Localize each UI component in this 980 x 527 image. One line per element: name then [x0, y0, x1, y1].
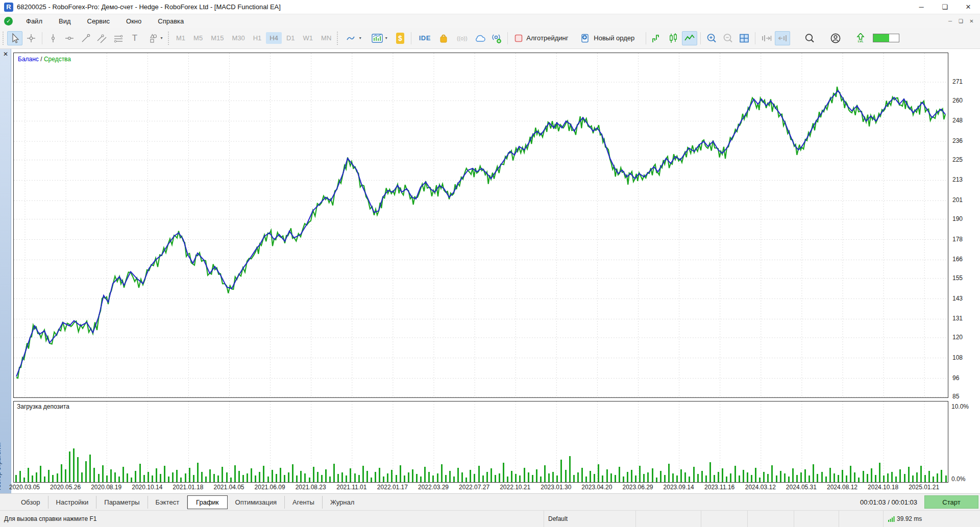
deposit-bar — [817, 474, 818, 482]
x-axis-label: 2023.09.14 — [657, 484, 700, 491]
x-axis-label: 2022.07.27 — [453, 484, 496, 491]
deposit-bar — [292, 464, 293, 482]
balance-equity-chart[interactable] — [14, 53, 948, 397]
toolbar-grip[interactable] — [337, 32, 339, 45]
deposit-bar — [139, 464, 141, 482]
deposit-bar — [515, 474, 517, 482]
crosshair-tool-button[interactable] — [23, 31, 39, 45]
y-axis-price-scale[interactable]: 2712602482362252132011901781661551431311… — [949, 49, 980, 493]
balance-chart-panel[interactable]: Баланс / Средства — [13, 53, 948, 398]
deposit-bar — [709, 462, 711, 483]
menu-item-Окно[interactable]: Окно — [118, 15, 150, 27]
deposit-button[interactable]: $ — [393, 31, 408, 45]
tab-Настройки[interactable]: Настройки — [48, 496, 97, 509]
deposit-bar — [581, 468, 583, 482]
menu-item-Справка[interactable]: Справка — [150, 15, 192, 27]
deposit-bar — [391, 470, 393, 482]
tab-Бэктест[interactable]: Бэктест — [148, 496, 188, 509]
timeframe-W1[interactable]: W1 — [300, 32, 317, 44]
strategy-tester-strip[interactable]: ✕ Тестер стратегий — [0, 49, 11, 493]
deposit-bar — [122, 467, 124, 482]
zoom-in-button[interactable] — [704, 31, 719, 45]
tab-Агенты[interactable]: Агенты — [285, 496, 323, 509]
vps-button[interactable] — [489, 31, 504, 45]
deposit-bar — [205, 476, 207, 482]
deposit-load-chart[interactable] — [14, 401, 948, 482]
timeframe-M1[interactable]: M1 — [173, 32, 189, 44]
timeframe-M5[interactable]: M5 — [190, 32, 206, 44]
timeframe-D1[interactable]: D1 — [283, 32, 299, 44]
toolbar-grip[interactable] — [168, 32, 170, 45]
timeframe-MN[interactable]: MN — [317, 32, 335, 44]
chart-shift-button[interactable] — [775, 31, 790, 45]
menu-item-Вид[interactable]: Вид — [51, 15, 79, 27]
horizontal-line-tool-button[interactable] — [62, 31, 77, 45]
auto-scroll-button[interactable] — [758, 31, 774, 45]
x-axis-label: 2020.05.26 — [44, 484, 87, 491]
cursor-tool-button[interactable] — [7, 31, 22, 45]
menu-item-Сервис[interactable]: Сервис — [79, 15, 118, 27]
mdi-close-button[interactable]: ✕ — [966, 16, 977, 26]
tile-windows-button[interactable] — [737, 31, 752, 45]
toolbar-grip[interactable] — [3, 32, 5, 45]
deposit-bar — [532, 475, 533, 482]
tab-Параметры[interactable]: Параметры — [96, 496, 148, 509]
deposit-bar — [573, 475, 575, 482]
signals-button[interactable]: ((o)) — [452, 31, 472, 45]
tab-Обзор[interactable]: Обзор — [13, 496, 48, 509]
ide-button[interactable]: IDE — [414, 31, 435, 45]
profile-cell[interactable]: Default — [544, 511, 635, 527]
tab-Оптимизация[interactable]: Оптимизация — [228, 496, 285, 509]
y-axis-label: 236 — [952, 137, 963, 144]
maximize-button[interactable]: ❏ — [933, 0, 957, 14]
deposit-bar — [375, 472, 376, 483]
deposit-bar — [668, 464, 670, 482]
line-studies-button[interactable]: ▾ — [341, 31, 365, 45]
zoom-out-button[interactable] — [720, 31, 736, 45]
new-order-button[interactable]: Новый ордер — [577, 31, 643, 45]
trendline-tool-button[interactable] — [78, 31, 93, 45]
candlestick-chart-button[interactable] — [666, 31, 681, 45]
tester-close-icon[interactable]: ✕ — [0, 51, 11, 58]
deposit-bar — [693, 467, 695, 482]
tab-График[interactable]: График — [187, 495, 227, 509]
timeframe-M15[interactable]: M15 — [207, 32, 227, 44]
x-axis-label: 2020.03.05 — [3, 484, 46, 491]
line-chart-button[interactable] — [682, 31, 697, 45]
indicators-button[interactable]: ▾ — [366, 31, 391, 45]
new-order-label: Новый ордер — [594, 34, 634, 42]
market-button[interactable] — [436, 31, 451, 45]
deposit-load-panel[interactable]: Загрузка депозита — [13, 401, 948, 483]
start-button[interactable]: Старт — [924, 495, 978, 509]
timeframe-H4[interactable]: H4 — [266, 32, 282, 44]
deposit-bar — [40, 466, 41, 482]
search-button[interactable] — [802, 31, 817, 45]
deposit-bar — [114, 472, 116, 482]
help-hint: Для вызова справки нажмите F1 — [0, 511, 544, 527]
y-axis-label: 178 — [952, 236, 963, 243]
timeframe-M30[interactable]: M30 — [228, 32, 248, 44]
cloud-button[interactable] — [473, 31, 488, 45]
close-button[interactable]: ✕ — [957, 0, 980, 14]
tab-Журнал[interactable]: Журнал — [323, 496, 362, 509]
vertical-line-tool-button[interactable] — [45, 31, 61, 45]
deposit-bar — [371, 478, 372, 483]
fibonacci-tool-button[interactable] — [111, 31, 126, 45]
x-axis-date-scale[interactable]: 2020.03.052020.05.262020.08.192020.10.14… — [11, 484, 948, 492]
mdi-restore-button[interactable]: ❏ — [955, 16, 966, 26]
deposit-bar — [358, 475, 360, 482]
mdi-minimize-button[interactable]: ─ — [945, 16, 955, 26]
shapes-tool-button[interactable]: ▾ — [143, 31, 166, 45]
deposit-bar — [428, 472, 430, 483]
channel-tool-button[interactable] — [94, 31, 110, 45]
deposit-bar — [788, 476, 790, 482]
algo-trading-button[interactable]: Алготрейдинг — [511, 31, 576, 45]
x-axis-label: 2021.11.01 — [330, 484, 373, 491]
profile-button[interactable] — [828, 31, 843, 45]
minimize-button[interactable]: ─ — [910, 0, 933, 14]
level-up-button[interactable]: LVL — [853, 31, 868, 45]
menu-item-Файл[interactable]: Файл — [18, 15, 51, 27]
text-tool-button[interactable]: T — [127, 31, 142, 45]
tick-chart-button[interactable] — [649, 31, 665, 45]
timeframe-H1[interactable]: H1 — [250, 32, 265, 44]
